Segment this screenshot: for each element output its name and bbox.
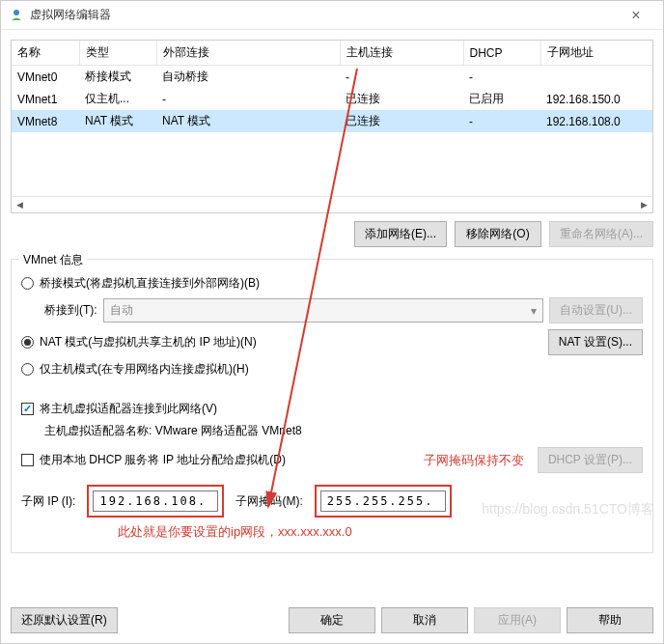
use-dhcp-label: 使用本地 DHCP 服务将 IP 地址分配给虚拟机(D) — [40, 452, 286, 468]
col-name[interactable]: 名称 — [12, 41, 79, 66]
ip-annotation: 此处就是你要设置的ip网段，xxx.xxx.xxx.0 — [118, 523, 643, 541]
subnet-ip-highlight — [87, 485, 224, 518]
table-row[interactable]: VMnet1 仅主机... - 已连接 已启用 192.168.150.0 — [12, 88, 652, 110]
col-type[interactable]: 类型 — [79, 41, 156, 66]
nat-settings-button[interactable]: NAT 设置(S)... — [548, 329, 643, 355]
subnet-ip-input[interactable] — [93, 490, 218, 512]
remove-network-button[interactable]: 移除网络(O) — [455, 221, 541, 247]
close-icon[interactable]: × — [617, 7, 655, 24]
chevron-down-icon: ▾ — [531, 304, 537, 318]
adapter-name-label: 主机虚拟适配器名称: VMware 网络适配器 VMnet8 — [44, 423, 643, 439]
scroll-right-icon[interactable]: ▶ — [636, 197, 652, 212]
checkbox-icon[interactable]: ✓ — [21, 403, 34, 415]
help-button[interactable]: 帮助 — [567, 607, 653, 633]
horizontal-scrollbar[interactable]: ◀ ▶ — [12, 196, 652, 212]
host-only-label: 仅主机模式(在专用网络内连接虚拟机)(H) — [40, 361, 249, 378]
connect-host-checkbox[interactable]: ✓ 将主机虚拟适配器连接到此网络(V) — [21, 401, 643, 417]
nat-mode-label: NAT 模式(与虚拟机共享主机的 IP 地址)(N) — [40, 334, 257, 350]
col-host[interactable]: 主机连接 — [340, 41, 463, 66]
col-subnet[interactable]: 子网地址 — [540, 41, 652, 66]
connect-host-label: 将主机虚拟适配器连接到此网络(V) — [40, 401, 217, 417]
vmnet-info-section: VMnet 信息 桥接模式(将虚拟机直接连接到外部网络)(B) 桥接到(T): … — [11, 259, 653, 553]
bridge-mode-label: 桥接模式(将虚拟机直接连接到外部网络)(B) — [40, 275, 260, 292]
svg-point-0 — [14, 10, 19, 15]
radio-icon[interactable] — [21, 277, 34, 290]
network-table[interactable]: 名称 类型 外部连接 主机连接 DHCP 子网地址 VMnet0 桥接模式 — [11, 40, 653, 213]
bridge-to-label: 桥接到(T): — [44, 302, 97, 319]
subnet-mask-highlight — [315, 485, 452, 518]
subnet-mask-input[interactable] — [320, 490, 446, 512]
subnet-mask-label: 子网掩码(M): — [235, 493, 302, 510]
add-network-button[interactable]: 添加网络(E)... — [354, 221, 447, 247]
mask-annotation: 子网掩码保持不变 — [424, 452, 524, 469]
dhcp-settings-button: DHCP 设置(P)... — [538, 447, 643, 473]
app-icon — [9, 8, 24, 23]
cancel-button[interactable]: 取消 — [381, 607, 468, 633]
restore-defaults-button[interactable]: 还原默认设置(R) — [11, 607, 118, 633]
bridge-to-select: 自动 ▾ — [103, 298, 544, 322]
table-row[interactable]: VMnet0 桥接模式 自动桥接 - - — [12, 66, 652, 88]
window-title: 虚拟网络编辑器 — [30, 7, 617, 23]
radio-icon[interactable] — [21, 363, 34, 376]
table-row[interactable]: VMnet8 NAT 模式 NAT 模式 已连接 - 192.168.108.0 — [12, 110, 652, 132]
nat-mode-radio[interactable]: NAT 模式(与虚拟机共享主机的 IP 地址)(N) NAT 设置(S)... — [21, 329, 643, 355]
host-only-radio[interactable]: 仅主机模式(在专用网络内连接虚拟机)(H) — [21, 361, 643, 378]
use-dhcp-checkbox[interactable]: 使用本地 DHCP 服务将 IP 地址分配给虚拟机(D) 子网掩码保持不变 DH… — [21, 447, 643, 473]
titlebar: 虚拟网络编辑器 × — [1, 1, 663, 30]
scroll-left-icon[interactable]: ◀ — [12, 197, 28, 212]
subnet-ip-label: 子网 IP (I): — [21, 493, 75, 510]
rename-network-button: 重命名网络(A)... — [549, 221, 653, 247]
ok-button[interactable]: 确定 — [289, 607, 375, 633]
auto-settings-button: 自动设置(U)... — [549, 297, 643, 323]
scroll-track[interactable] — [28, 197, 636, 212]
radio-icon[interactable] — [21, 336, 34, 349]
checkbox-icon[interactable] — [21, 454, 34, 466]
apply-button: 应用(A) — [474, 607, 561, 633]
section-title: VMnet 信息 — [19, 252, 87, 268]
col-dhcp[interactable]: DHCP — [463, 41, 540, 66]
col-ext[interactable]: 外部连接 — [156, 41, 340, 66]
bridge-mode-radio[interactable]: 桥接模式(将虚拟机直接连接到外部网络)(B) — [21, 275, 643, 292]
table-header-row: 名称 类型 外部连接 主机连接 DHCP 子网地址 — [12, 41, 652, 66]
